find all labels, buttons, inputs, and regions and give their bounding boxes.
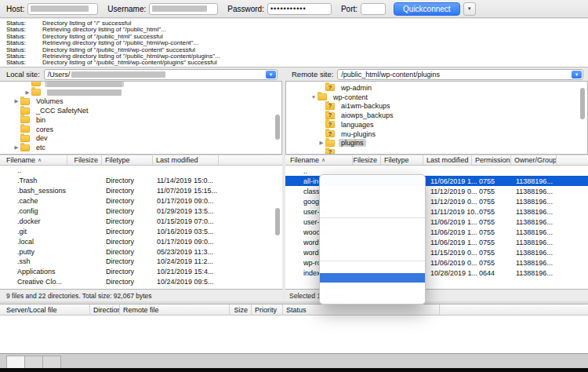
wp-content[interactable]: wp-content bbox=[286, 93, 587, 102]
column-header-server-local-file[interactable]: Server/Local file bbox=[0, 305, 90, 315]
..[interactable]: .. bbox=[0, 166, 282, 176]
.Trash[interactable]: .Trash Directory 11/14/2019 15:0... bbox=[0, 176, 282, 186]
context-menu-item[interactable] bbox=[320, 239, 425, 249]
port-label: Port: bbox=[341, 5, 358, 13]
column-header-status[interactable]: Status bbox=[283, 305, 440, 315]
remote-list-header: Filename∧ Filesize Filetype Last modifie… bbox=[285, 155, 588, 166]
context-menu-item[interactable] bbox=[320, 221, 425, 230]
host-input[interactable] bbox=[27, 3, 98, 15]
file-modified: 01/17/2019 09:0... bbox=[157, 238, 282, 246]
column-header-priority[interactable]: Priority bbox=[252, 305, 283, 315]
column-header-filename[interactable]: Filename∧ bbox=[0, 155, 67, 166]
expander-icon[interactable] bbox=[318, 140, 325, 146]
Applications[interactable]: Applications Directory 10/21/2019 15:4..… bbox=[0, 267, 282, 277]
Creative Clo...[interactable]: Creative Clo... Directory 10/24/2019 09:… bbox=[0, 277, 282, 287]
quickconnect-dropdown-button[interactable]: ▼ bbox=[463, 2, 476, 16]
dev[interactable]: dev bbox=[0, 134, 281, 144]
.local[interactable]: .local Directory 01/17/2019 09:0... bbox=[0, 236, 282, 246]
queue-tab[interactable] bbox=[6, 356, 25, 368]
file-modified: 11/11/2019 10... bbox=[430, 208, 479, 216]
_CCC SafetyNet[interactable]: _CCC SafetyNet bbox=[0, 106, 281, 115]
mu-plugins[interactable]: mu-plugins bbox=[286, 129, 587, 139]
ai1wm-backups[interactable]: ai1wm-backups bbox=[286, 102, 587, 111]
context-menu-item[interactable] bbox=[320, 187, 425, 196]
[interactable] bbox=[0, 88, 281, 97]
column-header-size[interactable]: Size bbox=[230, 305, 252, 315]
quickconnect-button[interactable]: Quickconnect bbox=[394, 2, 460, 16]
port-input[interactable] bbox=[361, 3, 386, 15]
folder-icon bbox=[318, 93, 327, 100]
context-menu-item[interactable] bbox=[320, 264, 425, 273]
combo-arrow-button[interactable]: ▼ bbox=[572, 71, 582, 78]
[interactable] bbox=[286, 148, 587, 155]
.config[interactable]: .config Directory 01/29/2019 13:5... bbox=[0, 206, 282, 217]
remote-tree-scrollbar[interactable] bbox=[580, 88, 585, 119]
folder-icon bbox=[20, 98, 30, 105]
[interactable] bbox=[0, 81, 281, 88]
column-header-filesize[interactable]: Filesize bbox=[67, 155, 102, 166]
tree-item-label: ai1wm-backups bbox=[339, 102, 393, 110]
password-input[interactable]: ••••••••••• bbox=[267, 3, 332, 15]
aiowps_backups[interactable]: aiowps_backups bbox=[286, 111, 587, 120]
username-input[interactable] bbox=[149, 3, 218, 15]
file-owner-group: 11388196... bbox=[516, 177, 588, 185]
queue-tab[interactable] bbox=[42, 356, 61, 368]
context-menu-item[interactable] bbox=[320, 217, 425, 218]
context-menu-item[interactable] bbox=[320, 196, 425, 206]
context-menu-item[interactable] bbox=[320, 206, 425, 215]
.cache[interactable]: .cache Directory 01/17/2019 09:0... bbox=[0, 196, 282, 206]
local-site-label: Local site: bbox=[6, 70, 40, 78]
remote-site-combo[interactable]: /public_html/wp-content/plugins ▼ bbox=[337, 69, 583, 80]
column-header-remote-file[interactable]: Remote file bbox=[120, 305, 230, 315]
.putty[interactable]: .putty Directory 05/23/2019 11:3... bbox=[0, 246, 282, 257]
local-file-list: .. .Trash Directory 11/14/2019 15:0... .… bbox=[0, 166, 282, 289]
file-modified: 10/24/2019 11:2... bbox=[157, 257, 282, 265]
column-header-permissions[interactable]: Permissions bbox=[472, 155, 511, 166]
file-modified: 11/14/2019 15:0... bbox=[157, 177, 282, 184]
Volumes[interactable]: Volumes bbox=[0, 97, 281, 107]
combo-arrow-button[interactable]: ▼ bbox=[266, 71, 276, 78]
plugins[interactable]: plugins bbox=[286, 139, 587, 148]
sort-ascending-icon: ∧ bbox=[38, 157, 42, 163]
context-menu-item[interactable] bbox=[320, 261, 425, 261]
bin[interactable]: bin bbox=[0, 115, 281, 125]
wp-admin[interactable]: wp-admin bbox=[286, 83, 587, 93]
redacted-local-path bbox=[71, 71, 165, 78]
.docker[interactable]: .docker Directory 01/15/2019 07:0... bbox=[0, 216, 282, 226]
expander-icon[interactable] bbox=[310, 94, 318, 100]
column-header-filetype[interactable]: Filetype bbox=[102, 155, 153, 166]
column-header-direction[interactable]: Direction bbox=[90, 305, 120, 315]
file-permissions: 0755 bbox=[479, 188, 516, 195]
file-name: Applications bbox=[17, 268, 106, 275]
column-header-owner-group[interactable]: Owner/Group bbox=[511, 155, 557, 166]
column-header-last-modified[interactable]: Last modified bbox=[423, 155, 472, 166]
file-type: Directory bbox=[106, 228, 157, 235]
column-header-filename[interactable]: Filename∧ bbox=[285, 155, 353, 166]
context-menu-item[interactable] bbox=[320, 292, 425, 301]
queue-tab[interactable] bbox=[24, 356, 43, 368]
context-menu-item[interactable] bbox=[320, 177, 425, 187]
etc[interactable]: etc bbox=[0, 143, 281, 152]
file-type: Directory bbox=[106, 197, 157, 205]
cores[interactable]: cores bbox=[0, 125, 281, 134]
.ssh[interactable]: .ssh Directory 10/24/2019 11:2... bbox=[0, 257, 282, 267]
column-header-last-modified[interactable]: Last modified bbox=[153, 155, 219, 166]
.git[interactable]: .git Directory 10/16/2019 03:5... bbox=[0, 226, 282, 236]
expander-icon[interactable] bbox=[13, 98, 20, 104]
local-tree-scrollbar[interactable] bbox=[275, 115, 280, 140]
context-menu-item[interactable] bbox=[320, 283, 425, 292]
local-list-scrollbar[interactable] bbox=[275, 208, 280, 235]
expander-icon[interactable] bbox=[13, 144, 20, 151]
.bash_sessions[interactable]: .bash_sessions Directory 11/07/2019 15:1… bbox=[0, 186, 282, 196]
languages[interactable]: languages bbox=[286, 120, 587, 129]
folder-icon bbox=[325, 112, 335, 119]
context-menu-item[interactable] bbox=[320, 230, 425, 239]
local-site-combo[interactable]: /Users/ ▼ bbox=[44, 69, 278, 80]
password-dots: ••••••••••• bbox=[270, 5, 307, 13]
remote-site-path: /public_html/wp-content/plugins bbox=[341, 71, 440, 78]
context-menu-item[interactable] bbox=[320, 273, 425, 283]
column-header-filetype[interactable]: Filetype bbox=[381, 155, 423, 166]
column-header-filesize[interactable]: Filesize bbox=[353, 155, 381, 166]
context-menu-item[interactable] bbox=[320, 249, 425, 258]
expander-icon[interactable] bbox=[24, 89, 31, 96]
